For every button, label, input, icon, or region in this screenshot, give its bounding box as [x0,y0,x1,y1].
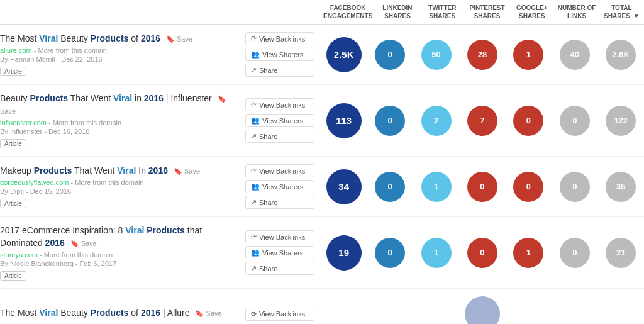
twitter-circle: 1 [421,238,452,268]
view-backlinks-button[interactable]: ⟳ View Backlinks [245,32,314,45]
links-metric: 0 [552,235,597,271]
title-text-viral: Viral [39,33,58,43]
title-text-viral: Viral [117,165,136,176]
backlinks-icon: ⟳ [251,101,257,109]
title-text-bold: Products [30,93,68,103]
title-text-bold: Products [144,225,185,235]
metrics-row: 19 0 1 0 1 0 21 [321,235,644,271]
total-metric: 35 [598,169,644,204]
title-text-normal: The Most [0,33,39,43]
total-circle: 21 [606,238,636,268]
domain-link[interactable]: gorgeouslyflawed.com [0,179,69,186]
domain-link[interactable]: allure.com [0,47,32,54]
article-title: 2017 eCommerce Inspiration: 8 Viral Prod… [0,225,239,249]
article-meta: storeya.com - More from this domain [0,251,239,259]
header-total-shares[interactable]: TOTAL SHARES ▼ [599,4,644,20]
title-text-viral: Viral [39,308,58,318]
pinterest-circle: 0 [467,238,497,268]
links-circle: 0 [560,238,590,268]
domain-link[interactable]: storeya.com [0,251,38,259]
links-metric: 0 [552,103,597,138]
save-link[interactable]: 🔖 Save [174,167,200,175]
pinterest-circle: 0 [467,172,497,202]
total-metric: 122 [598,103,644,138]
backlinks-icon: ⟳ [251,310,257,318]
backlinks-icon: ⟳ [251,233,257,241]
links-circle: 0 [560,172,590,202]
title-text-bold: Products [91,33,129,43]
links-circle: 40 [560,40,590,70]
table-row: Beauty Products That Went Viral in 2016 … [0,85,644,157]
article-author: By Hannah Morrill - Dec 22, 2016 [0,55,239,63]
view-sharers-button[interactable]: 👥 View Sharers [245,180,314,193]
title-text-2: Beauty [58,33,90,43]
title-text-3: of [128,308,140,318]
table-row: 2017 eCommerce Inspiration: 8 Viral Prod… [0,217,644,289]
header-metrics: FACEBOOKENGAGEMENTS LINKEDINSHARES TWITT… [321,4,644,20]
googleplus-circle: 1 [513,40,543,70]
links-metric: 40 [552,37,597,72]
article-actions: ⟳ View Backlinks [245,308,321,321]
title-text-normal: Makeup [0,165,34,176]
article-meta: influenster.com - More from this domain [0,119,239,126]
facebook-circle: 2.5K [326,37,362,72]
facebook-metric: 113 [321,103,367,138]
title-text-2: That Went [72,165,117,176]
facebook-circle: 19 [326,235,362,271]
save-link[interactable]: 🔖 Save [195,310,221,317]
share-button[interactable]: ↗ Share [245,64,314,77]
total-circle: 35 [606,172,636,202]
view-sharers-button[interactable]: 👥 View Sharers [245,246,314,259]
article-author: By Nicole Blanckenberg - Feb 6, 2017 [0,260,239,267]
share-icon: ↗ [251,264,257,272]
domain-link[interactable]: influenster.com [0,119,47,126]
header-linkedin: LINKEDINSHARES [375,4,419,20]
googleplus-circle: 1 [513,238,543,268]
save-link[interactable]: 🔖 Save [70,240,97,247]
title-text-3: In [136,165,148,176]
total-circle: 2.6K [606,40,636,70]
view-sharers-button[interactable]: 👥 View Sharers [245,114,314,127]
twitter-circle: 2 [421,106,452,136]
article-title: The Most Viral Beauty Products of 2016 |… [0,307,239,320]
table-row: The Most Viral Beauty Products of 2016 🔖… [0,25,644,85]
facebook-metric [321,296,644,324]
title-text-year: 2016 [141,308,160,318]
share-button[interactable]: ↗ Share [245,130,314,143]
article-info: The Most Viral Beauty Products of 2016 |… [0,307,245,321]
article-actions: ⟳ View Backlinks 👥 View Sharers ↗ Share [245,164,321,209]
title-text-normal: The Most [0,308,39,318]
title-text-viral: Viral [125,225,144,235]
twitter-metric: 1 [413,169,459,204]
twitter-circle: 50 [421,40,452,70]
twitter-metric: 50 [413,37,459,72]
twitter-metric: 1 [413,235,459,271]
linkedin-metric: 0 [367,37,413,72]
view-backlinks-button[interactable]: ⟳ View Backlinks [245,230,314,243]
googleplus-circle: 0 [513,172,543,202]
article-actions: ⟳ View Backlinks 👥 View Sharers ↗ Share [245,230,321,275]
links-metric: 0 [552,169,597,204]
article-title: Makeup Products That Went Viral In 2016 … [0,165,239,177]
view-backlinks-button[interactable]: ⟳ View Backlinks [245,164,314,177]
view-backlinks-button[interactable]: ⟳ View Backlinks [245,98,314,111]
title-text-normal: 2017 eCommerce Inspiration: 8 [0,225,125,235]
view-backlinks-button[interactable]: ⟳ View Backlinks [245,308,314,321]
backlinks-icon: ⟳ [251,167,257,175]
article-meta: gorgeouslyflawed.com - More from this do… [0,179,239,186]
title-text-viral: Viral [113,93,132,103]
view-sharers-button[interactable]: 👥 View Sharers [245,48,314,61]
googleplus-metric: 1 [506,235,552,271]
title-text-year: 2016 [141,33,160,43]
title-text-3: of [128,33,140,43]
article-info: Makeup Products That Went Viral In 2016 … [0,165,245,209]
save-link[interactable]: 🔖 Save [166,35,192,43]
googleplus-metric: 0 [506,103,552,138]
pinterest-circle: 7 [467,106,497,136]
title-text-bold: Products [91,308,129,318]
googleplus-circle: 0 [513,106,543,136]
share-button[interactable]: ↗ Share [245,262,314,275]
table-row: The Most Viral Beauty Products of 2016 |… [0,289,644,324]
share-button[interactable]: ↗ Share [245,196,314,209]
article-title: The Most Viral Beauty Products of 2016 🔖… [0,33,239,45]
